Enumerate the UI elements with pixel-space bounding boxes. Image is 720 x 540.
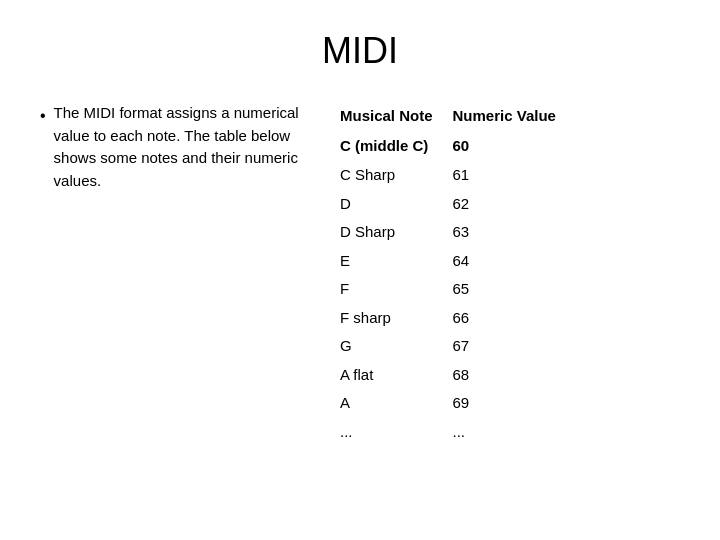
table-row: ...... bbox=[340, 418, 556, 447]
note-cell: A bbox=[340, 389, 453, 418]
note-cell: F sharp bbox=[340, 304, 453, 333]
table-row: F65 bbox=[340, 275, 556, 304]
note-cell: D Sharp bbox=[340, 218, 453, 247]
value-cell: 69 bbox=[453, 389, 556, 418]
value-cell: 60 bbox=[453, 132, 556, 162]
table-row: D62 bbox=[340, 190, 556, 219]
note-cell: C Sharp bbox=[340, 161, 453, 190]
note-cell: ... bbox=[340, 418, 453, 447]
value-cell: 66 bbox=[453, 304, 556, 333]
note-cell: D bbox=[340, 190, 453, 219]
note-cell: E bbox=[340, 247, 453, 276]
bullet-section: • The MIDI format assigns a numerical va… bbox=[40, 102, 320, 192]
bullet-dot: • bbox=[40, 104, 46, 128]
table-row: G67 bbox=[340, 332, 556, 361]
note-cell: F bbox=[340, 275, 453, 304]
table-row: C (middle C)60 bbox=[340, 132, 556, 162]
table-row: C Sharp61 bbox=[340, 161, 556, 190]
table-row: E64 bbox=[340, 247, 556, 276]
value-cell: 63 bbox=[453, 218, 556, 247]
value-cell: 62 bbox=[453, 190, 556, 219]
table-row: A flat68 bbox=[340, 361, 556, 390]
content-area: • The MIDI format assigns a numerical va… bbox=[40, 102, 680, 446]
table-row: A69 bbox=[340, 389, 556, 418]
col-header-note: Musical Note bbox=[340, 102, 453, 132]
page: MIDI • The MIDI format assigns a numeric… bbox=[0, 0, 720, 540]
note-cell: A flat bbox=[340, 361, 453, 390]
bullet-text: The MIDI format assigns a numerical valu… bbox=[54, 102, 320, 192]
midi-table: Musical Note Numeric Value C (middle C)6… bbox=[340, 102, 556, 446]
value-cell: 64 bbox=[453, 247, 556, 276]
table-row: F sharp66 bbox=[340, 304, 556, 333]
col-header-value: Numeric Value bbox=[453, 102, 556, 132]
note-cell: G bbox=[340, 332, 453, 361]
note-cell: C (middle C) bbox=[340, 132, 453, 162]
value-cell: 68 bbox=[453, 361, 556, 390]
value-cell: 67 bbox=[453, 332, 556, 361]
midi-table-section: Musical Note Numeric Value C (middle C)6… bbox=[340, 102, 680, 446]
table-header-row: Musical Note Numeric Value bbox=[340, 102, 556, 132]
page-title: MIDI bbox=[40, 30, 680, 72]
table-row: D Sharp63 bbox=[340, 218, 556, 247]
value-cell: 61 bbox=[453, 161, 556, 190]
value-cell: 65 bbox=[453, 275, 556, 304]
value-cell: ... bbox=[453, 418, 556, 447]
